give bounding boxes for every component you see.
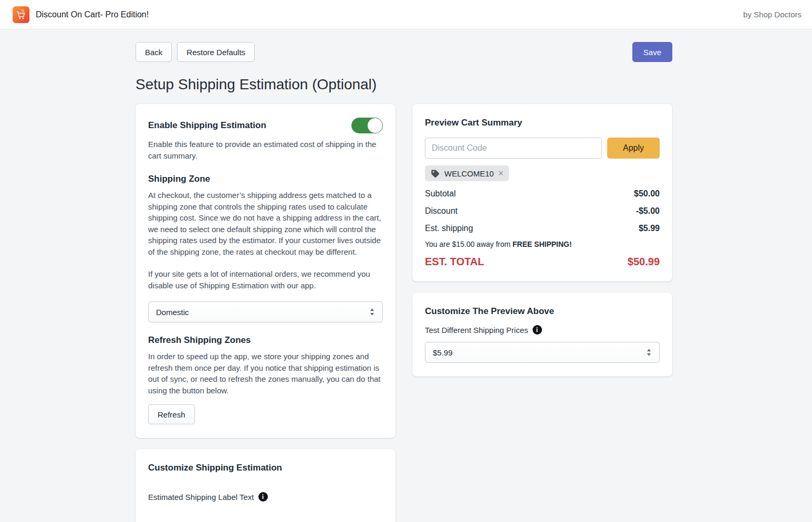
- est-total-value: $50.99: [628, 256, 660, 268]
- est-shipping-value: $5.99: [639, 224, 660, 233]
- app-byline: by Shop Doctors: [743, 10, 801, 19]
- app-logo-icon: %: [13, 6, 29, 23]
- summary-row-est-shipping: Est. shipping $5.99: [425, 224, 660, 233]
- app-title: Discount On Cart- Pro Edition!: [36, 10, 149, 19]
- customize-preview-heading: Customize The Preview Above: [425, 306, 660, 317]
- est-total-row: EST. TOTAL $50.99: [425, 256, 660, 268]
- applied-discount-chip: WELCOME10 ×: [425, 165, 509, 181]
- save-button[interactable]: Save: [632, 42, 672, 62]
- select-caret-icon: [369, 308, 375, 316]
- toggle-knob: [368, 118, 382, 133]
- page-container: Back Restore Defaults Save Setup Shippin…: [136, 29, 672, 522]
- summary-row-discount: Discount -$5.00: [425, 206, 660, 216]
- shipping-zone-select[interactable]: Domestic: [148, 301, 383, 322]
- preview-cart-summary-heading: Preview Cart Summary: [425, 118, 660, 128]
- refresh-button[interactable]: Refresh: [148, 404, 195, 424]
- remove-discount-icon[interactable]: ×: [498, 169, 504, 178]
- right-column: Preview Cart Summary Apply WELCOME10 × S…: [412, 104, 672, 377]
- customize-preview-card: Customize The Preview Above Test Differe…: [412, 293, 672, 377]
- discount-value: -$5.00: [636, 206, 660, 216]
- estimated-shipping-label-text: Estimated Shipping Label Text: [148, 493, 254, 502]
- test-shipping-price-select[interactable]: $5.99: [425, 342, 660, 363]
- refresh-zones-paragraph: In order to speed up the app, we store y…: [148, 351, 383, 396]
- shipping-zone-paragraph-2: If your site gets a lot of international…: [148, 268, 383, 291]
- enable-shipping-heading: Enable Shipping Estimation: [148, 120, 266, 131]
- enable-shipping-toggle[interactable]: [351, 118, 383, 133]
- subtotal-label: Subtotal: [425, 189, 456, 199]
- info-icon[interactable]: i: [258, 492, 268, 502]
- test-shipping-prices-label: Test Different Shipping Prices: [425, 326, 528, 335]
- test-shipping-price-selected-value: $5.99: [433, 348, 453, 357]
- free-shipping-note-bold: FREE SHIPPING!: [513, 240, 572, 248]
- svg-text:%: %: [21, 9, 24, 13]
- applied-discount-code: WELCOME10: [444, 169, 494, 178]
- refresh-zones-heading: Refresh Shipping Zones: [148, 335, 383, 346]
- enable-shipping-card: Enable Shipping Estimation Enable this f…: [136, 104, 395, 438]
- discount-label: Discount: [425, 206, 457, 216]
- apply-button[interactable]: Apply: [607, 138, 660, 159]
- customize-shipping-card: Customize Shipping Estimation Estimated …: [136, 449, 395, 522]
- summary-row-subtotal: Subtotal $50.00: [425, 189, 660, 199]
- restore-defaults-button[interactable]: Restore Defaults: [177, 42, 255, 62]
- select-caret-icon: [646, 348, 652, 357]
- shipping-zone-heading: Shipping Zone: [148, 174, 383, 184]
- preview-cart-summary-card: Preview Cart Summary Apply WELCOME10 × S…: [412, 104, 672, 281]
- back-button[interactable]: Back: [136, 42, 172, 62]
- free-shipping-note-text: You are $15.00 away from: [425, 240, 513, 248]
- shipping-zone-paragraph-1: At checkout, the customer’s shipping add…: [148, 190, 383, 257]
- tag-icon: [430, 169, 440, 179]
- subtotal-value: $50.00: [634, 189, 660, 199]
- discount-code-input[interactable]: [425, 138, 602, 159]
- enable-shipping-description: Enable this feature to provide an estima…: [148, 139, 383, 161]
- shipping-zone-selected-value: Domestic: [156, 308, 189, 317]
- info-icon[interactable]: i: [533, 325, 542, 335]
- toolbar: Back Restore Defaults Save: [136, 42, 672, 62]
- free-shipping-note: You are $15.00 away from FREE SHIPPING!: [425, 240, 660, 248]
- app-header: % Discount On Cart- Pro Edition! by Shop…: [0, 0, 812, 29]
- customize-shipping-heading: Customize Shipping Estimation: [148, 463, 383, 473]
- page-title: Setup Shipping Estimation (Optional): [136, 76, 672, 93]
- left-column: Enable Shipping Estimation Enable this f…: [136, 104, 395, 522]
- est-total-label: EST. TOTAL: [425, 256, 484, 268]
- est-shipping-label: Est. shipping: [425, 224, 473, 233]
